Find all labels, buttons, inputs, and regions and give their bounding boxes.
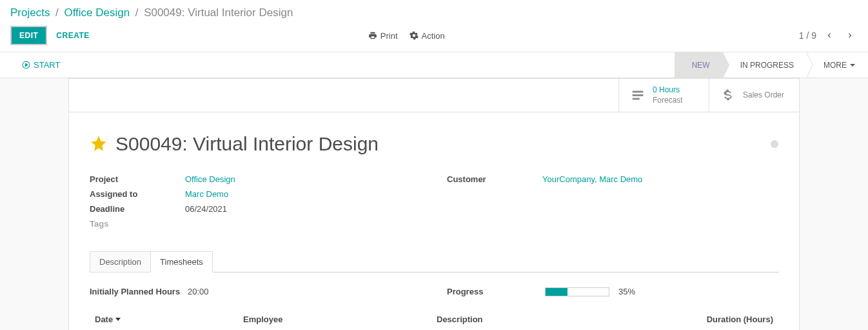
tab-content-timesheets: Initially Planned Hours 20:00 Progress 3… — [90, 287, 778, 327]
kanban-state-dot[interactable] — [771, 140, 778, 148]
breadcrumb-office-design[interactable]: Office Design — [64, 6, 130, 19]
tags-label: Tags — [90, 219, 185, 229]
print-icon — [368, 31, 377, 40]
col-employee[interactable]: Employee — [243, 315, 437, 324]
stage-in-progress[interactable]: IN PROGRESS — [723, 52, 807, 77]
forecast-text: 0 Hours Forecast — [653, 85, 683, 105]
breadcrumb-sep: / — [135, 6, 139, 19]
tabs: Description Timesheets — [90, 251, 778, 273]
progress-bar — [545, 287, 609, 296]
form-sheet: 0 Hours Forecast Sales Order S00049: Vir… — [68, 78, 800, 330]
status-bar: START NEW IN PROGRESS MORE — [0, 52, 868, 78]
svg-marker-1 — [25, 63, 27, 66]
forecast-unit: Hours — [659, 85, 680, 94]
breadcrumb-current: S00049: Virtual Interior Design — [144, 6, 293, 19]
pager-prev[interactable] — [822, 28, 837, 43]
pager-next[interactable] — [842, 28, 858, 43]
planned-hours: Initially Planned Hours 20:00 — [90, 287, 421, 296]
timesheet-summary: Initially Planned Hours 20:00 Progress 3… — [90, 287, 778, 296]
fields-grid: Project Office Design Assigned to Marc D… — [90, 172, 778, 231]
progress-fill — [546, 288, 567, 296]
gear-icon — [409, 31, 419, 40]
edit-button[interactable]: EDIT — [10, 26, 47, 45]
svg-rect-3 — [633, 94, 644, 96]
deadline-value: 06/24/2021 — [185, 204, 227, 214]
left-col: Project Office Design Assigned to Marc D… — [90, 172, 421, 231]
tab-timesheets[interactable]: Timesheets — [150, 251, 213, 273]
sheet-wrap: 0 Hours Forecast Sales Order S00049: Vir… — [0, 78, 868, 330]
planned-value: 20:00 — [188, 287, 209, 296]
field-customer: Customer YourCompany, Marc Demo — [447, 172, 778, 187]
caret-down-icon — [850, 64, 855, 67]
col-date[interactable]: Date — [95, 315, 243, 324]
start-label: START — [34, 60, 60, 70]
sheet-body: S00049: Virtual Interior Design Project … — [69, 112, 799, 330]
control-bar: EDIT CREATE Print Action 1 / 9 — [0, 23, 868, 52]
forecast-label: Forecast — [653, 96, 683, 105]
svg-rect-4 — [633, 98, 640, 99]
pager-text: 1 / 9 — [799, 30, 816, 41]
breadcrumb-projects[interactable]: Projects — [10, 6, 50, 19]
forecast-value: 0 — [653, 85, 657, 94]
pager: 1 / 9 — [799, 28, 858, 43]
print-label: Print — [380, 31, 398, 41]
sort-desc-icon — [115, 318, 121, 321]
title-row: S00049: Virtual Interior Design — [90, 133, 778, 155]
planned-label: Initially Planned Hours — [90, 287, 188, 296]
star-icon[interactable] — [90, 134, 108, 154]
assigned-value[interactable]: Marc Demo — [185, 189, 228, 199]
field-deadline: Deadline 06/24/2021 — [90, 201, 421, 216]
tasks-icon — [631, 88, 645, 103]
start-button[interactable]: START — [0, 60, 68, 70]
field-project: Project Office Design — [90, 172, 421, 187]
project-value[interactable]: Office Design — [185, 174, 235, 184]
progress-label: Progress — [447, 287, 545, 296]
stage-more[interactable]: MORE — [807, 52, 868, 77]
record-title: S00049: Virtual Interior Design — [115, 133, 379, 155]
deadline-label: Deadline — [90, 204, 185, 214]
play-icon — [22, 61, 30, 69]
sales-order-label: Sales Order — [743, 90, 784, 101]
stages: NEW IN PROGRESS MORE — [675, 52, 868, 77]
breadcrumb-sep: / — [55, 6, 59, 19]
create-button[interactable]: CREATE — [48, 27, 97, 44]
field-tags: Tags — [90, 216, 421, 231]
stage-more-label: MORE — [824, 61, 847, 70]
breadcrumb: Projects / Office Design / S00049: Virtu… — [0, 0, 868, 23]
print-button[interactable]: Print — [368, 31, 398, 41]
stage-new[interactable]: NEW — [675, 52, 723, 77]
col-description[interactable]: Description — [437, 315, 676, 324]
customer-label: Customer — [447, 174, 542, 184]
project-label: Project — [90, 174, 185, 184]
svg-rect-2 — [633, 90, 644, 92]
forecast-stat-button[interactable]: 0 Hours Forecast — [618, 79, 709, 112]
col-duration[interactable]: Duration (Hours) — [676, 315, 773, 324]
stat-button-box: 0 Hours Forecast Sales Order — [69, 79, 799, 112]
action-button[interactable]: Action — [409, 31, 445, 41]
center-actions: Print Action — [368, 31, 445, 41]
field-assigned: Assigned to Marc Demo — [90, 187, 421, 201]
progress-wrap: 35% — [545, 287, 635, 296]
progress-text: 35% — [618, 287, 635, 296]
dollar-icon — [721, 88, 735, 103]
sales-order-stat-button[interactable]: Sales Order — [709, 79, 799, 112]
action-label: Action — [422, 31, 445, 41]
tab-description[interactable]: Description — [90, 251, 151, 273]
customer-value[interactable]: YourCompany, Marc Demo — [542, 174, 642, 184]
assigned-label: Assigned to — [90, 189, 185, 199]
progress-field: Progress 35% — [447, 287, 778, 296]
col-date-label: Date — [95, 315, 113, 324]
right-col: Customer YourCompany, Marc Demo — [447, 172, 778, 231]
timesheet-table-header: Date Employee Description Duration (Hour… — [90, 312, 778, 327]
